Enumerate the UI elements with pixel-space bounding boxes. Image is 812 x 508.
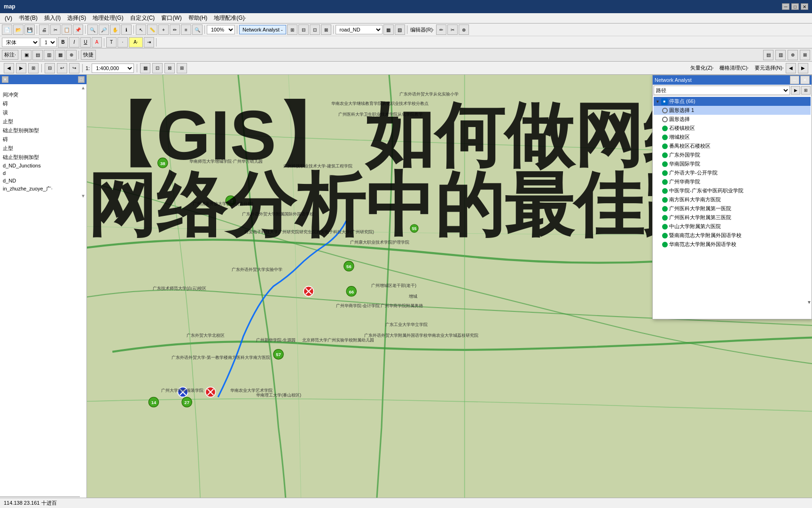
overview-btn3[interactable]: ⊞ <box>177 63 187 73</box>
indent-btn[interactable]: ⇥ <box>144 37 154 48</box>
close-button[interactable]: ✕ <box>801 3 808 10</box>
scale-btn-2[interactable]: ▥ <box>775 50 786 60</box>
maximize-button[interactable]: □ <box>791 3 799 10</box>
panel-close-btn[interactable]: ✕ <box>2 76 8 83</box>
na-tool-run[interactable]: ▶ <box>791 86 800 95</box>
scale-btn-4[interactable]: ⊠ <box>800 50 810 60</box>
nd-btn-1[interactable]: ▦ <box>383 24 394 35</box>
network-analyst-button[interactable]: Network Analyst - <box>239 25 286 34</box>
menu-bookmarks[interactable]: 书签(B) <box>16 13 40 23</box>
panel-item-2[interactable]: 误 <box>1 108 86 117</box>
minimize-button[interactable]: ─ <box>782 3 789 10</box>
panel-item-5[interactable]: 碍 <box>1 135 86 144</box>
na-tree-loc6[interactable]: 广外语大学-公开学院 <box>654 168 811 177</box>
yuansu-label[interactable]: 要元选择(N)· <box>755 64 784 71</box>
sub-btn-3[interactable]: ▥ <box>44 50 54 60</box>
edit-btn-3[interactable]: ⊕ <box>459 24 469 35</box>
na-panel-close[interactable]: ✕ <box>800 76 810 84</box>
panel-resize-btn[interactable]: □ <box>78 76 85 83</box>
sub-btn-4[interactable]: ▦ <box>55 50 65 60</box>
na-tree-loc10[interactable]: 广州医科大学附属第一医院 <box>654 204 811 213</box>
panel-item-9[interactable]: d <box>1 169 86 177</box>
scale-btn-3[interactable]: ⊕ <box>788 50 798 60</box>
na-tree-stops[interactable]: ▼ ■ 停靠点 (66) <box>654 97 811 106</box>
italic-button[interactable]: I <box>69 37 79 48</box>
na-tree-loc7[interactable]: 广州华商学院 <box>654 177 811 186</box>
biaozhu-label[interactable]: 标注· <box>2 50 18 60</box>
menu-customize[interactable]: 自定义(C) <box>127 13 158 23</box>
highlight-btn[interactable]: A· <box>129 37 143 48</box>
na-tree-loc1[interactable]: 石楼镇校区 <box>654 124 811 133</box>
na-tool-1[interactable]: ⊞ <box>287 24 297 35</box>
extra-btn-1[interactable]: ◀ <box>786 63 796 73</box>
zoom-dropdown[interactable]: 100% <box>207 25 235 34</box>
na-tool-grid[interactable]: ⊞ <box>801 86 811 95</box>
identify-button[interactable]: ℹ <box>121 24 132 35</box>
panel-item-4[interactable]: 础止型别例加型 <box>1 126 86 135</box>
na-tree-loc13[interactable]: 暨南南范志大学附属外国语学校 <box>654 231 811 240</box>
copy-button[interactable]: 📋 <box>62 24 72 35</box>
panel-item-10[interactable]: d_ND <box>1 177 86 184</box>
qingchu-label[interactable]: 栅格清理(C)· <box>719 64 749 71</box>
panel-item-11[interactable]: in_zhuzhe_zuoye_广· <box>1 184 86 193</box>
redo-button[interactable]: ↪ <box>69 63 79 73</box>
editor-label[interactable]: 编辑器(R)· <box>409 25 435 34</box>
na-tool-3[interactable]: ⊡ <box>310 24 320 35</box>
na-tool-2[interactable]: ⊟ <box>298 24 309 35</box>
full-extent-button[interactable]: ⊞ <box>28 63 39 73</box>
zoom-out-button[interactable]: 🔎 <box>99 24 109 35</box>
panel-item-7[interactable]: 础止型别例加型 <box>1 153 86 162</box>
na-tool-4[interactable]: ⊠ <box>321 24 331 35</box>
sub-btn-5[interactable]: ⊕ <box>66 50 77 60</box>
na-tree-loc14[interactable]: 华南范志大学附属外国语学校 <box>654 240 811 249</box>
bold-button[interactable]: B <box>58 37 68 48</box>
font-color-button[interactable]: A <box>92 37 102 48</box>
scale-btn-go[interactable]: ▦ <box>140 63 150 73</box>
paste-button[interactable]: 📌 <box>73 24 83 35</box>
panel-scroll-up[interactable]: ▲ <box>1 85 86 90</box>
panel-item-1[interactable]: 碍 <box>1 99 86 108</box>
undo-button[interactable]: ↩ <box>57 63 67 73</box>
scale-btn-1[interactable]: ▤ <box>763 50 773 60</box>
text-tool-2[interactable]: · <box>117 37 128 48</box>
zoom-pct-btn[interactable]: ⊟ <box>45 63 55 73</box>
menu-window[interactable]: 窗口(W) <box>158 13 184 23</box>
kuaijie-label[interactable]: 快捷 <box>81 50 96 60</box>
sub-btn-1[interactable]: ▣ <box>21 50 31 60</box>
panel-item-6[interactable]: 止型 <box>1 144 86 153</box>
nav-back-button[interactable]: ◀ <box>4 63 14 73</box>
print-button[interactable]: 🖨 <box>39 24 49 35</box>
overview-btn2[interactable]: ⊠ <box>164 63 175 73</box>
panel-item-8[interactable]: d_ND_Junctions <box>1 162 86 169</box>
edit-btn-1[interactable]: ✏ <box>436 24 446 35</box>
layer-button[interactable]: ≡ <box>181 24 191 35</box>
na-tree-circle2[interactable]: 圆形选择 <box>654 115 811 124</box>
na-type-dropdown[interactable]: 路径 <box>654 86 790 95</box>
underline-button[interactable]: U <box>80 37 91 48</box>
zoom-in-button[interactable]: 🔍 <box>87 24 98 35</box>
menu-georef[interactable]: 地理配准(G)· <box>211 13 249 23</box>
na-tree-loc3[interactable]: 番禺校区石楼校区 <box>654 142 811 151</box>
extra-btn-2[interactable]: ▶ <box>798 63 808 73</box>
open-button[interactable]: 📂 <box>13 24 23 35</box>
scale-dropdown[interactable]: 1:400,000 <box>92 64 134 73</box>
menu-v[interactable]: (V) <box>2 14 15 23</box>
editor-button[interactable]: ✏ <box>170 24 180 35</box>
na-tree-loc5[interactable]: 华南国际学院 <box>654 159 811 168</box>
panel-scroll-down[interactable]: ▼ <box>1 193 86 198</box>
font-size-dropdown[interactable]: 10 <box>40 38 57 47</box>
na-tree-loc8[interactable]: 中医学院-广东省中医药职业学院 <box>654 186 811 195</box>
sub-btn-2[interactable]: ▤ <box>32 50 43 60</box>
search-button[interactable]: 🔍 <box>192 24 203 35</box>
na-tree-loc12[interactable]: 中山大学附属第六医院 <box>654 222 811 231</box>
menu-help[interactable]: 帮助(H) <box>186 13 211 23</box>
nd-btn-2[interactable]: ▧ <box>395 24 405 35</box>
suoti-label[interactable]: 矢量化(Z)· <box>690 64 714 71</box>
add-data-button[interactable]: + <box>158 24 169 35</box>
save-button[interactable]: 💾 <box>24 24 35 35</box>
cut-button[interactable]: ✂ <box>50 24 61 35</box>
panel-item-3[interactable]: 止型 <box>1 117 86 126</box>
pan-button[interactable]: ✋ <box>110 24 120 35</box>
road-nd-dropdown[interactable]: road_ND <box>336 25 383 34</box>
text-tool-1[interactable]: T <box>106 37 117 48</box>
